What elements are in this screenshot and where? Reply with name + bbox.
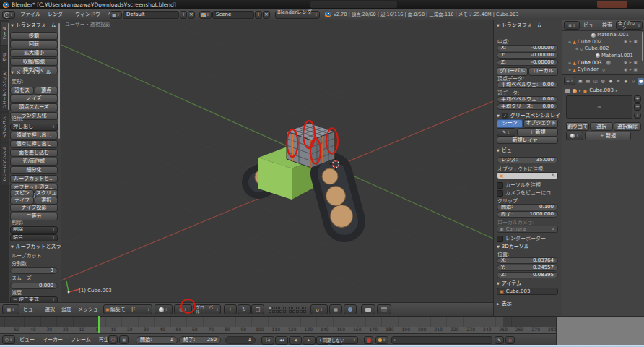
breadcrumb-object-name[interactable]: Cube.003 xyxy=(589,88,614,93)
editor-type-3dview-button[interactable]: ▦ ⇕ xyxy=(2,304,19,314)
mean-bevel-weight-edge-field[interactable]: 平均ベベルウェ:0.00 xyxy=(497,96,558,103)
viewport-menu-item[interactable]: メッシュ xyxy=(78,307,98,312)
viewport-3d[interactable]: ユーザー・透視投影 (1) Cube.003 xyxy=(61,20,493,302)
outliner-row-cube002-data[interactable]: ⊕ ▽ Cube.002 xyxy=(575,46,609,52)
eye-icon[interactable]: ◉ xyxy=(624,68,627,72)
editor-type-info-button[interactable]: i ⇕ xyxy=(2,11,15,19)
layer-cell[interactable] xyxy=(279,307,282,309)
timeline-menu-item[interactable]: 再生 xyxy=(99,338,109,343)
manipulator-rotate-button[interactable]: ↻ xyxy=(238,304,251,314)
manipulator-scale-button[interactable]: □ xyxy=(251,304,264,314)
tool-button[interactable]: 回転 xyxy=(10,40,58,49)
cursor-x-field[interactable]: X:0.03764 xyxy=(497,257,558,264)
layer-cell[interactable] xyxy=(300,310,303,313)
outliner-row-material2[interactable]: Material.001 xyxy=(596,53,633,59)
gp-object-button[interactable]: オブジェクト xyxy=(523,119,558,128)
item-name-field[interactable]: ▣ Cube.003 xyxy=(497,288,558,295)
gp-new-layer-button[interactable]: 新規レイヤー xyxy=(497,137,558,144)
edge-slide-button[interactable]: 辺をス xyxy=(10,87,34,95)
properties-tab-icon[interactable]: ◍ xyxy=(600,78,606,85)
delete-layout-button[interactable]: × xyxy=(188,11,195,19)
outliner-scope-select[interactable]: 全てのシーン ⇕ xyxy=(616,21,643,30)
viewport-menu-item[interactable]: ビュー xyxy=(23,307,38,312)
menu-item[interactable]: ファイル xyxy=(20,12,40,17)
meshtools-panel-header[interactable]: ▼ メッシュツール xyxy=(11,70,51,75)
layer-cell[interactable] xyxy=(283,310,286,313)
tool-button[interactable]: 領域で押し出し xyxy=(10,132,58,140)
scene-field[interactable]: Scene xyxy=(212,11,254,19)
render-border-checkbox[interactable] xyxy=(497,236,503,242)
clip-start-field[interactable]: 開始:0.100 xyxy=(497,204,558,210)
current-frame-marker[interactable] xyxy=(98,316,100,333)
tool-button[interactable]: 収縮/膨張 xyxy=(10,58,58,67)
outliner-menu-view[interactable]: ビュー xyxy=(583,23,599,28)
tool-button[interactable]: ナイフ投影 xyxy=(10,204,58,213)
auto-keyframe-button[interactable] xyxy=(364,336,373,344)
selectable-icon[interactable]: ▸ xyxy=(630,40,632,44)
gp-checkbox[interactable]: ✓ xyxy=(502,113,508,119)
outliner-row-material[interactable]: Material.001 xyxy=(591,32,629,38)
viewport-shading-select[interactable]: ⇕ xyxy=(155,304,173,314)
timeline-menu-item[interactable]: フレーム xyxy=(71,338,91,343)
layer-cell[interactable] xyxy=(272,307,275,309)
gp-draw-brush-button[interactable]: ✎ ⇕ xyxy=(497,128,515,137)
layer-cell[interactable] xyxy=(303,310,306,313)
properties-tab-icon[interactable]: ≈ xyxy=(615,78,622,85)
outliner-row-cube002[interactable]: ⊕ ▲ Cube.002 xyxy=(568,39,602,46)
add-layout-button[interactable]: + xyxy=(180,11,187,19)
frame-end-field[interactable]: 終了: 250 xyxy=(179,336,221,344)
layer-cell[interactable] xyxy=(292,310,295,313)
screen-layout-icon-button[interactable]: ▦ ⇕ xyxy=(110,11,122,19)
material-slot-list[interactable]: ≡ xyxy=(566,95,632,119)
manipulator-translate-button[interactable]: + xyxy=(224,304,237,314)
mean-bevel-weight-vertex-field[interactable]: 平均ベベルウェ:0.00 xyxy=(497,82,558,88)
mean-crease-field[interactable]: 平均クリース:0.00 xyxy=(497,103,558,110)
gp-new-button[interactable]: + 新規 xyxy=(517,128,558,137)
add-material-slot-button[interactable]: + xyxy=(634,95,641,103)
remove-material-slot-button[interactable]: − xyxy=(634,103,641,111)
layer-cell[interactable] xyxy=(272,310,275,313)
layers-left-group[interactable] xyxy=(269,307,286,313)
properties-tab-icon[interactable]: ▣ xyxy=(577,78,583,85)
vertex-slide-button[interactable]: 頂点 xyxy=(35,87,58,95)
playback-button[interactable]: ▶ xyxy=(303,336,316,345)
scene-icon-button[interactable]: ⇕ xyxy=(199,11,212,19)
expander-icon[interactable]: ⊕ xyxy=(575,47,578,51)
grease-pencil-panel-header[interactable]: ▼ ✓ グリースペンシルレイ xyxy=(497,113,560,119)
layer-cell[interactable] xyxy=(303,307,306,309)
local-camera-field[interactable]: ▣ Camera × xyxy=(497,226,558,233)
tool-button[interactable]: ループカットと... xyxy=(10,175,58,184)
layer-cell[interactable] xyxy=(283,307,286,309)
extrude-dropdown[interactable]: 押し出し ⇕ xyxy=(10,124,58,131)
layer-cell[interactable] xyxy=(276,307,279,309)
tool-button[interactable]: 面を差し込む xyxy=(10,149,58,158)
median-z-field[interactable]: Z:-0.00000 xyxy=(497,59,558,66)
layer-cell[interactable] xyxy=(296,307,299,309)
lock-time-button[interactable]: ▦ xyxy=(119,335,129,344)
timeline-menu-item[interactable]: ビュー xyxy=(19,338,35,343)
renderable-icon[interactable]: ▣ xyxy=(634,40,638,44)
layer-cell[interactable] xyxy=(279,310,282,313)
toolshelf-tab-grease-pencil[interactable]: グリースペンシル xyxy=(1,143,9,185)
use-preview-range-button[interactable]: ◷ xyxy=(108,335,118,344)
outliner-row-cube003-active[interactable]: ⊕ ▲ Cube.003 xyxy=(568,60,611,67)
layer-widget[interactable] xyxy=(269,307,306,313)
properties-tab-icon[interactable]: ● xyxy=(638,78,644,85)
tool-button[interactable]: 移動 xyxy=(10,32,58,40)
editor-type-properties-button[interactable]: ≡ ⇕ xyxy=(564,77,575,85)
cursor-panel-header[interactable]: ▼ 3Dカーソル xyxy=(497,244,529,249)
lock-object-field[interactable]: ▣ ✎ xyxy=(497,172,558,179)
properties-tab-icon[interactable]: ◆ xyxy=(607,78,614,85)
opengl-render-anim-button[interactable] xyxy=(377,304,391,314)
lens-field[interactable]: レンズ:35.000 xyxy=(497,157,558,163)
eye-icon[interactable]: ◉ xyxy=(624,61,627,65)
lock-camera-checkbox[interactable] xyxy=(497,190,503,197)
gp-scene-button[interactable]: シーン xyxy=(497,119,523,128)
frame-start-field[interactable]: 開始: 1 xyxy=(136,336,178,344)
expander-icon[interactable]: ⊕ xyxy=(568,68,571,72)
auto-keying-mode-select[interactable]: ⇕ xyxy=(375,336,388,344)
local-button[interactable]: ローカル xyxy=(528,67,558,76)
npanel-transform-header[interactable]: ▼ トランスフォーム xyxy=(497,23,542,28)
layer-cell[interactable] xyxy=(276,310,279,313)
menu-item[interactable]: レンダー xyxy=(48,12,68,17)
